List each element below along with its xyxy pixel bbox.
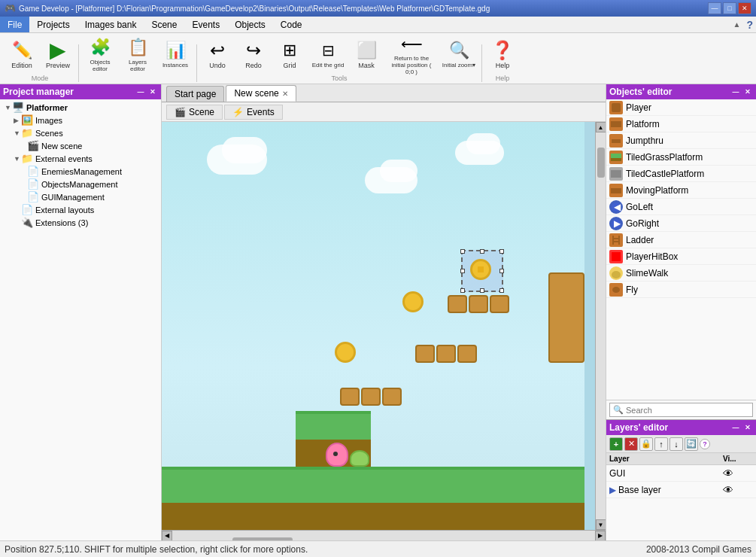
tree-item-extensions[interactable]: 🔌 Extensions (3): [2, 216, 159, 229]
object-platform[interactable]: Platform: [606, 116, 756, 132]
handle-tl[interactable]: [460, 249, 465, 254]
help-button[interactable]: ❓ Help: [485, 35, 520, 74]
toolbar-help-section: ❓ Help Help: [485, 35, 520, 82]
layer-row-gui[interactable]: GUI 👁: [606, 465, 756, 482]
preview-button[interactable]: ▶ Preview: [41, 35, 75, 74]
svg-text:◀: ◀: [614, 202, 621, 212]
handle-br[interactable]: [499, 288, 504, 293]
mask-button[interactable]: ⬜ Mask: [349, 35, 384, 74]
layer-delete-button[interactable]: ✕: [624, 437, 638, 451]
events-icon: ⚡: [232, 107, 244, 117]
object-playerhitbox[interactable]: PlayerHitBox: [606, 248, 756, 265]
layers-editor-minimize[interactable]: —: [730, 422, 741, 433]
hscroll-right[interactable]: ▶: [595, 531, 606, 541]
menu-events[interactable]: Events: [184, 17, 227, 32]
object-goright[interactable]: ▶ GoRight: [606, 215, 756, 232]
scene-subtab-events[interactable]: ⚡ Events: [224, 105, 283, 120]
objects-editor-minimize[interactable]: —: [730, 87, 741, 97]
return-button[interactable]: ⟵ Return to the initial position ( 0;0 ): [385, 35, 438, 74]
layer-refresh-button[interactable]: 🔄: [685, 437, 698, 451]
tree-item-external-events[interactable]: ▼ 📁 External events: [2, 152, 159, 165]
tree-item-new-scene[interactable]: 🎬 New scene: [2, 139, 159, 152]
menu-projects[interactable]: Projects: [29, 17, 77, 32]
object-ladder[interactable]: Ladder: [606, 232, 756, 248]
tab-new-scene[interactable]: New scene ✕: [226, 85, 296, 102]
hscroll-left[interactable]: ◀: [162, 531, 172, 541]
handle-bl[interactable]: [460, 288, 465, 293]
grid-button[interactable]: ⊞ Grid: [272, 35, 307, 74]
objects-search-input[interactable]: [626, 406, 749, 415]
gui-visibility-icon[interactable]: 👁: [723, 467, 733, 479]
tab-new-scene-close[interactable]: ✕: [282, 90, 288, 98]
canvas-hscrollbar[interactable]: ◀ ▶: [162, 530, 606, 540]
initial-zoom-button[interactable]: 🔍 Initial zoom▾: [439, 35, 478, 74]
tab-start-page[interactable]: Start page: [166, 86, 224, 102]
handle-bm[interactable]: [480, 288, 484, 293]
layer-down-button[interactable]: ↓: [669, 437, 683, 451]
objects-list: Player Platform Jumpthru: [606, 99, 756, 400]
base-visibility-icon[interactable]: 👁: [723, 484, 733, 496]
handle-tm[interactable]: [480, 249, 484, 254]
edit-grid-button[interactable]: ⊟ Edit the grid: [308, 35, 348, 74]
menu-scene[interactable]: Scene: [144, 17, 184, 32]
tree-item-objects-management[interactable]: 📄 ObjectsManagement: [2, 178, 159, 190]
object-player[interactable]: Player: [606, 99, 756, 116]
object-goleft[interactable]: ◀ GoLeft: [606, 199, 756, 215]
layer-add-button[interactable]: +: [609, 437, 623, 451]
undo-button[interactable]: ↩ Undo: [200, 35, 235, 74]
canvas-vscrollbar[interactable]: ▲ ▼: [595, 122, 606, 530]
tree-item-scenes[interactable]: ▼ 📁 Scenes: [2, 126, 159, 139]
tree-item-gui-management[interactable]: 📄 GUIManagement: [2, 190, 159, 203]
menu-objects[interactable]: Objects: [227, 17, 273, 32]
tree-item-images[interactable]: ▶ 🖼️ Images: [2, 114, 159, 126]
svg-text:▶: ▶: [614, 218, 621, 229]
scene-subtab-scene[interactable]: 🎬 Scene: [166, 105, 223, 120]
handle-ml[interactable]: [460, 269, 465, 273]
cloud-1b: [222, 137, 267, 163]
hscroll-thumb[interactable]: [232, 537, 293, 541]
layers-editor-button[interactable]: 📋 Layers editor: [120, 35, 156, 74]
layers-editor-close[interactable]: ✕: [742, 422, 753, 433]
handle-mr[interactable]: [499, 269, 504, 273]
object-moving-platform[interactable]: MovingPlatform: [606, 182, 756, 199]
right-panels: Objects' editor — ✕ Player: [606, 84, 756, 540]
objects-editor-button[interactable]: 🧩 Objects editor: [82, 35, 118, 74]
objects-editor-close[interactable]: ✕: [742, 87, 753, 97]
menu-file[interactable]: File: [0, 17, 29, 32]
moving-platform-icon: [609, 184, 623, 197]
menu-images-bank[interactable]: Images bank: [77, 17, 144, 32]
menu-code[interactable]: Code: [273, 17, 310, 32]
vscroll-up[interactable]: ▲: [596, 122, 606, 132]
project-panel-minimize[interactable]: —: [135, 87, 146, 97]
svg-rect-2: [612, 139, 621, 143]
canvas-area[interactable]: ◀ ▶ ▲ ▼: [162, 122, 606, 540]
object-jumpthru[interactable]: Jumpthru: [606, 132, 756, 149]
object-fly[interactable]: Fly: [606, 282, 756, 298]
redo-button[interactable]: ↪ Redo: [236, 35, 271, 74]
layer-lock-button[interactable]: 🔒: [639, 437, 653, 451]
scene-icon: 🎬: [175, 107, 186, 117]
layer-up-button[interactable]: ↑: [654, 437, 668, 451]
objects-search-box[interactable]: 🔍: [609, 403, 753, 417]
tree-root-platformer[interactable]: ▼ 🖥️ Platformer: [2, 101, 159, 114]
instances-button[interactable]: 📊 Instances: [157, 35, 193, 74]
game-canvas[interactable]: [162, 122, 595, 530]
minimize-button[interactable]: —: [708, 2, 721, 14]
status-bar: Position 827.5;110. SHIFT for multiple s…: [0, 540, 756, 557]
object-slimewalk[interactable]: SlimeWalk: [606, 265, 756, 282]
tree-item-external-layouts[interactable]: 📄 External layouts: [2, 203, 159, 216]
tree-item-enemies[interactable]: 📄 EnemiesManagement: [2, 165, 159, 178]
close-button[interactable]: ✕: [738, 2, 751, 14]
layer-help-button[interactable]: ?: [700, 439, 710, 449]
vscroll-down[interactable]: ▼: [596, 519, 606, 530]
handle-tr[interactable]: [499, 249, 504, 254]
barrel-6: [457, 345, 477, 363]
object-tiled-castle[interactable]: TiledCastlePlatform: [606, 166, 756, 182]
project-panel-close[interactable]: ✕: [147, 87, 158, 97]
vscroll-thumb[interactable]: [597, 148, 605, 178]
edition-button[interactable]: ✏️ Edition: [5, 35, 39, 74]
object-tiled-grass[interactable]: TiledGrassPlatform: [606, 149, 756, 166]
layer-row-base[interactable]: ▶ Base layer 👁: [606, 482, 756, 498]
maximize-button[interactable]: □: [723, 2, 736, 14]
project-panel: Project manager — ✕ ▼ 🖥️ Platformer ▶ 🖼️…: [0, 84, 162, 540]
